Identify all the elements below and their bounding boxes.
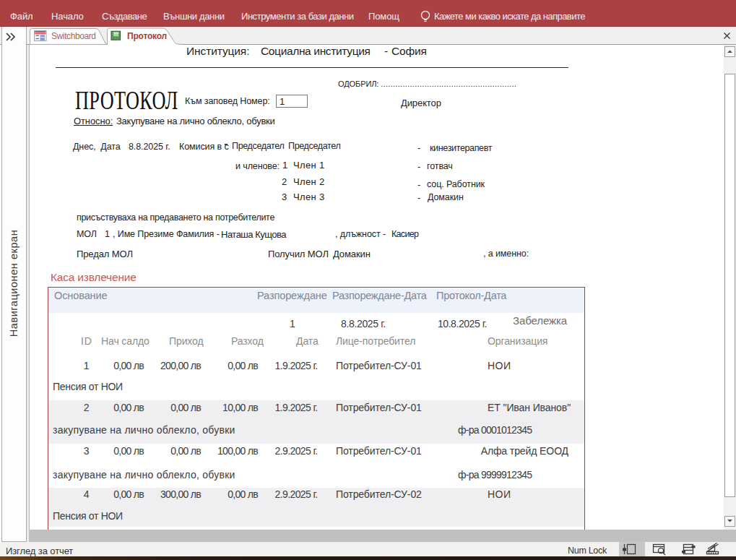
svg-text:Switchboard: Switchboard: [51, 31, 96, 41]
svg-text:Протокол: Протокол: [127, 31, 167, 41]
